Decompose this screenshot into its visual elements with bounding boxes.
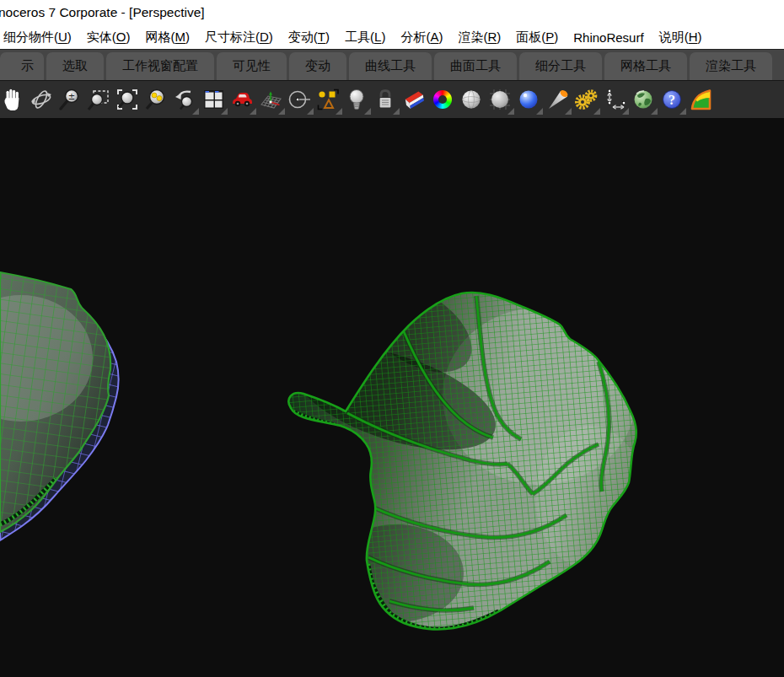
dimension-style-button[interactable] bbox=[600, 83, 629, 116]
options-button[interactable] bbox=[572, 83, 600, 116]
flyout-triangle bbox=[593, 108, 600, 115]
lock-objects-button[interactable] bbox=[371, 83, 400, 116]
zoom-dynamic-icon: ± bbox=[57, 87, 83, 112]
flyout-triangle bbox=[565, 108, 572, 115]
layer-slice-button[interactable] bbox=[400, 83, 428, 116]
zoom-selected-button[interactable] bbox=[142, 83, 170, 116]
cplane-button[interactable] bbox=[256, 83, 285, 116]
rotate-view-icon bbox=[29, 87, 54, 112]
title-bar: noceros 7 Corporate - [Perspective] bbox=[0, 0, 784, 25]
menu-panels[interactable]: 面板(P) bbox=[508, 30, 566, 46]
menu-help[interactable]: 说明(H) bbox=[652, 30, 710, 46]
spotlight-button[interactable] bbox=[543, 83, 572, 116]
zoom-window-icon bbox=[86, 87, 111, 112]
menu-bar: 细分物件(U) 实体(O) 网格(M) 尺寸标注(D) 变动(T) 工具(L) … bbox=[0, 25, 784, 49]
tab-surface-tools[interactable]: 曲面工具 bbox=[434, 52, 517, 80]
help-button[interactable]: ? bbox=[658, 83, 686, 116]
svg-text:?: ? bbox=[669, 93, 675, 107]
tab-display[interactable]: 示 bbox=[0, 52, 44, 80]
hide-objects-button[interactable] bbox=[314, 83, 342, 116]
menu-tools[interactable]: 工具(L) bbox=[337, 30, 393, 46]
auto-cplane-car-button[interactable] bbox=[228, 83, 256, 116]
flyout-triangle bbox=[393, 108, 400, 115]
flyout-triangle bbox=[651, 108, 658, 115]
menu-render[interactable]: 渲染(R) bbox=[450, 30, 508, 46]
earth-button[interactable] bbox=[629, 83, 658, 116]
color-wheel-icon bbox=[433, 90, 452, 109]
tab-subd-tools[interactable]: 细分工具 bbox=[519, 52, 602, 80]
flyout-triangle bbox=[507, 108, 514, 115]
toolbar-tab-bar: 示 选取 工作视窗配置 可见性 变动 曲线工具 曲面工具 细分工具 网格工具 渲… bbox=[0, 49, 784, 80]
flyout-triangle bbox=[192, 108, 199, 115]
window-title: noceros 7 Corporate - [Perspective] bbox=[0, 5, 205, 20]
flyout-triangle bbox=[278, 108, 285, 115]
tab-curve-tools[interactable]: 曲线工具 bbox=[349, 52, 432, 80]
rendered-view-button[interactable] bbox=[514, 83, 543, 116]
left-mesh-green-layer bbox=[0, 261, 139, 544]
menu-solid[interactable]: 实体(O) bbox=[79, 30, 138, 46]
show-objects-button[interactable] bbox=[342, 83, 371, 116]
menu-mesh[interactable]: 网格(M) bbox=[138, 30, 198, 46]
layer-slice-icon bbox=[401, 87, 427, 112]
perspective-viewport[interactable] bbox=[0, 118, 784, 677]
circle-center-button[interactable] bbox=[285, 83, 314, 116]
zoom-selected-icon bbox=[143, 87, 169, 112]
viewport-canvas bbox=[0, 118, 784, 677]
svg-text:±: ± bbox=[68, 92, 75, 101]
tab-viewport-layout[interactable]: 工作视窗配置 bbox=[106, 52, 214, 80]
flyout-triangle bbox=[622, 108, 629, 115]
tab-mesh-tools[interactable]: 网格工具 bbox=[604, 52, 687, 80]
flyout-triangle bbox=[536, 108, 543, 115]
menu-rhinoresurf[interactable]: RhinoResurf bbox=[566, 30, 651, 45]
rhinoresurf-icon bbox=[688, 87, 713, 112]
flyout-triangle bbox=[679, 108, 686, 115]
undo-view-button[interactable] bbox=[170, 83, 199, 116]
pan-hand-button[interactable] bbox=[0, 83, 27, 116]
right-mesh bbox=[278, 264, 649, 641]
tab-select[interactable]: 选取 bbox=[46, 52, 104, 80]
rotate-view-button[interactable] bbox=[27, 83, 56, 116]
flyout-triangle bbox=[250, 108, 256, 115]
main-toolbar: ± bbox=[0, 80, 784, 118]
ghosted-view-button[interactable] bbox=[486, 83, 514, 116]
menu-dimension[interactable]: 尺寸标注(D) bbox=[197, 30, 281, 46]
flyout-triangle bbox=[364, 108, 371, 115]
shaded-view-button[interactable] bbox=[457, 83, 486, 116]
zoom-extents-icon bbox=[115, 87, 140, 112]
color-wheel-button[interactable] bbox=[428, 83, 457, 116]
viewport-layout-button[interactable] bbox=[199, 83, 228, 116]
pan-hand-icon bbox=[1, 87, 24, 112]
tab-visibility[interactable]: 可见性 bbox=[217, 52, 287, 80]
tab-transform[interactable]: 变动 bbox=[289, 52, 346, 80]
flyout-triangle bbox=[307, 108, 314, 115]
flyout-triangle bbox=[336, 108, 342, 115]
zoom-window-button[interactable] bbox=[84, 83, 113, 116]
flyout-triangle bbox=[221, 108, 228, 115]
menu-transform[interactable]: 变动(T) bbox=[281, 30, 337, 46]
shaded-sphere-icon bbox=[459, 87, 484, 112]
rhinoresurf-button[interactable] bbox=[686, 83, 715, 116]
menu-subd[interactable]: 细分物件(U) bbox=[0, 30, 79, 46]
zoom-extents-button[interactable] bbox=[113, 83, 142, 116]
tab-render-tools[interactable]: 渲染工具 bbox=[690, 52, 772, 80]
zoom-dynamic-button[interactable]: ± bbox=[56, 83, 84, 116]
rhino-window: noceros 7 Corporate - [Perspective] 细分物件… bbox=[0, 0, 784, 677]
menu-analyze[interactable]: 分析(A) bbox=[393, 30, 450, 46]
